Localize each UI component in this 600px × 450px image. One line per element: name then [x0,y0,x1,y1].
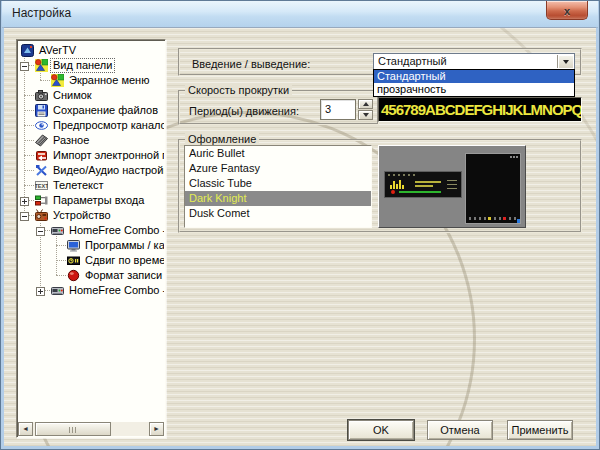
tree-item[interactable]: Импорт электронной прог [18,148,164,163]
tree-item-label[interactable]: Экранное меню [67,74,151,87]
collapse-icon[interactable] [36,226,45,235]
tree-item[interactable]: AVerTV [18,43,164,58]
triangle-up-icon [363,102,369,106]
tree-item-label[interactable]: AVerTV [37,44,78,57]
close-button[interactable]: x [546,1,588,20]
record-dot [391,190,395,194]
tv-yellow-dot [488,217,491,220]
io-mode-dropdown-list[interactable]: Стандартныйпрозрачность [373,69,575,97]
tree-item-label[interactable]: Видео/Аудио настройки [51,164,164,177]
tree-item-label[interactable]: Снимок [51,89,94,102]
spectrum-bar [396,184,398,189]
tree-item-label[interactable]: Программы / кана [83,239,164,252]
eye-icon [35,119,48,132]
skin-list-item[interactable]: Dark Knight [185,191,371,206]
tv-record-dot [503,217,506,220]
skin-list-item[interactable]: Auric Bullet [185,146,371,161]
chevron-down-icon [563,60,569,64]
skin-list-item[interactable]: Classic Tube [185,176,371,191]
marquee-text: 456789ABCDEFGHIJKLMNOPQRSTUVW [381,101,582,118]
tree-item[interactable]: HomeFree Combo - (2) [0 [18,283,164,298]
misc-icon [35,134,48,147]
tv-window-toolbar [469,217,517,220]
tree-item-label[interactable]: Телетекст [51,179,106,192]
combo-dropdown-button[interactable] [557,55,573,68]
spectrum-bar [399,180,401,189]
display-text-line [415,181,441,183]
tree-item-label[interactable]: Разное [51,134,91,147]
tree-item-label[interactable]: Сохранение файлов [51,104,160,117]
monitor-icon [67,239,80,252]
tree-horizontal-scrollbar[interactable]: ◄ ► [18,422,164,436]
io-mode-combobox[interactable]: Стандартный [373,53,575,70]
apply-button[interactable]: Применить [507,420,573,440]
tree-item[interactable]: HomeFree Combo - (1) [0 [18,223,164,238]
tree-item-label[interactable]: HomeFree Combo - (2) [0 [67,284,164,297]
tree-item[interactable]: Предпросмотр каналов [18,118,164,133]
scrollbar-grip-icon [69,427,77,433]
tree-item-label[interactable]: Вид панели [51,59,114,72]
tv-resize-corner [517,219,520,223]
tree-item-label[interactable]: Импорт электронной прог [51,149,164,162]
tree-item[interactable]: TEXTТелетекст [18,178,164,193]
tree-item[interactable]: Сохранение файлов [18,103,164,118]
tree-item-label[interactable]: Сдвиг по времени [83,254,164,267]
tree-item-label[interactable]: Параметры входа [51,194,146,207]
collapse-icon[interactable] [20,211,29,220]
triangle-down-icon [363,113,369,117]
scroll-left-button[interactable]: ◄ [18,422,33,436]
tree-item-label[interactable]: Предпросмотр каналов [51,119,164,132]
skin-preview [378,145,526,228]
tree-item-label[interactable]: HomeFree Combo - (1) [0 [67,224,164,237]
tuner-icon [51,284,64,297]
skin-list-item[interactable]: Dusk Comet [185,206,371,221]
period-stepper [358,99,373,120]
cancel-button[interactable]: Отмена [427,420,493,440]
settings-window: Настройка x AVerTVВид панелиЭкранное мен… [0,0,600,450]
settings-tree[interactable]: AVerTVВид панелиЭкранное менюСнимокСохра… [18,41,164,421]
tree-item[interactable]: Снимок [18,88,164,103]
tools-icon [35,164,48,177]
expand-icon[interactable] [36,286,45,295]
skin-group-title: Оформление [185,133,259,145]
period-input[interactable]: 3 [320,99,356,120]
tree-item[interactable]: Вид панели [18,58,164,73]
scroll-right-button[interactable]: ► [149,422,164,436]
tree-item[interactable]: Экранное меню [18,73,164,88]
panel-icon [51,74,64,87]
tree-item[interactable]: Сдвиг по времени [18,253,164,268]
expand-icon[interactable] [20,196,29,205]
marquee-preview: 456789ABCDEFGHIJKLMNOPQRSTUVW [378,97,582,122]
io-label: Введение / выведение: [192,58,310,70]
stepper-down-button[interactable] [358,110,373,120]
skin-listbox[interactable]: Auric BulletAzure FantasyClassic TubeDar… [184,145,372,228]
collapse-icon[interactable] [20,61,29,70]
tree-item-label[interactable]: Формат записи [83,269,164,282]
dropdown-option[interactable]: Стандартный [374,70,574,83]
window-title: Настройка [12,6,71,20]
tv-window-buttons [510,156,518,158]
skin-preview-control-panel [384,171,462,198]
control-panel-indicators [447,180,457,190]
skin-list-item[interactable]: Azure Fantasy [185,161,371,176]
ok-button[interactable]: OK [348,420,414,440]
floppy-icon [35,104,48,117]
title-bar[interactable]: Настройка x [2,1,598,28]
scrollbar-thumb[interactable] [35,422,111,436]
period-label: Период(ы) движения: [189,105,299,117]
tree-item[interactable]: Параметры входа [18,193,164,208]
stepper-up-button[interactable] [358,99,373,109]
teletext-icon: TEXT [35,179,48,192]
tree-item[interactable]: Разное [18,133,164,148]
tree-item[interactable]: Видео/Аудио настройки [18,163,164,178]
timeshift-icon [67,254,80,267]
tree-item[interactable]: Устройство [18,208,164,223]
control-panel-buttons [388,174,418,176]
tree-item-label[interactable]: Устройство [51,209,113,222]
close-icon: x [564,5,570,17]
dropdown-option[interactable]: прозрачность [374,83,574,96]
import-icon [35,149,48,162]
tree-item[interactable]: Формат записи [18,268,164,283]
tree-item[interactable]: Программы / кана [18,238,164,253]
spectrum-bar [390,185,392,189]
